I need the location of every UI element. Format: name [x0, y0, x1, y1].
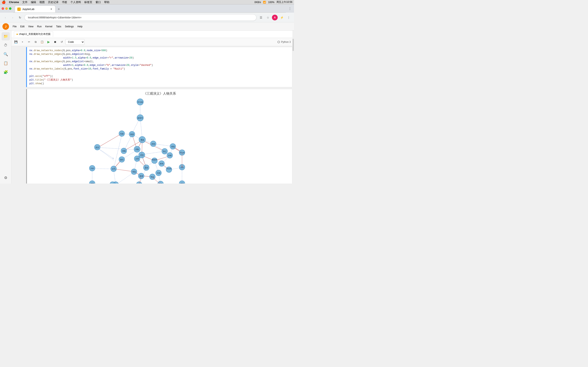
svg-line-83 — [92, 169, 114, 169]
paste-cell-button[interactable]: 📋 — [39, 39, 45, 45]
jupyter-run-menu[interactable]: Run — [35, 24, 43, 29]
menubar-file[interactable]: 文件 — [22, 0, 27, 4]
sidebar-settings-icon[interactable]: ⚙ — [2, 174, 10, 182]
jupyter-tabs-menu[interactable]: Tabs — [54, 24, 63, 29]
svg-text:马超: 马超 — [120, 133, 124, 135]
tab-close-button[interactable]: ✕ — [50, 8, 53, 11]
reader-mode-icon[interactable]: ☰ — [258, 15, 264, 20]
output-gutter — [11, 89, 26, 184]
cut-cell-button[interactable]: ✂ — [26, 39, 32, 45]
active-tab[interactable]: J JupyterLab ✕ — [15, 6, 56, 12]
svg-line-39 — [114, 169, 134, 172]
sidebar-files-icon[interactable]: 📁 — [2, 32, 10, 40]
menubar-history[interactable]: 历史记录 — [48, 0, 59, 4]
code-cell: nx.draw_networkx_nodes(G,pos,alpha=0.0,n… — [11, 46, 292, 88]
jupyter-logo[interactable]: J — [2, 23, 9, 30]
notebook-area: chap11_关联规则与文本挖掘 💾 + ✂ ⧉ 📋 ▶ ⏹ ↺ Code Ma… — [11, 31, 292, 184]
menubar-edit[interactable]: 编辑 — [31, 0, 36, 4]
battery-status: 100% — [268, 1, 274, 4]
save-button[interactable]: 💾 — [13, 39, 19, 45]
tab-title: JupyterLab — [22, 8, 48, 11]
svg-text:曹操: 曹操 — [140, 139, 144, 141]
svg-text:诸葛亮: 诸葛亮 — [138, 117, 143, 119]
forward-button[interactable]: › — [10, 15, 16, 20]
bookmark-icon[interactable]: ☆ — [265, 15, 271, 20]
svg-text:典韦: 典韦 — [160, 163, 164, 165]
notebook-tab-title: chap11_关联规则与文本挖掘 — [19, 33, 51, 36]
scrollbar[interactable] — [292, 31, 294, 184]
graph-output: 《三观演义》人物关系 — [27, 89, 292, 184]
svg-text:吕布: 吕布 — [135, 158, 139, 160]
jupyter-settings-menu[interactable]: Settings — [63, 24, 75, 29]
back-button[interactable]: ‹ — [2, 15, 8, 20]
kernel-indicator: Python 3 — [277, 41, 291, 43]
new-tab-button[interactable]: + — [56, 6, 62, 12]
menubar-tabs[interactable]: 标签页 — [84, 0, 92, 4]
sidebar-running-icon[interactable]: ⏱ — [2, 41, 10, 49]
more-options-icon[interactable]: ⋮ — [286, 15, 292, 20]
menubar: 🍎 Chrome 文件 编辑 视图 历史记录 书签 个人资料 标签页 窗口 帮助… — [0, 0, 294, 4]
svg-text:钟会: 钟会 — [150, 176, 154, 178]
profile-icon[interactable]: A — [272, 15, 278, 20]
add-cell-button[interactable]: + — [20, 39, 25, 45]
jupyter-file-menu[interactable]: File — [11, 24, 18, 29]
code-content: nx.draw_networkx_nodes(G,pos,alpha=0.0,n… — [27, 47, 292, 87]
jupyter-kernel-menu[interactable]: Kernel — [44, 24, 54, 29]
sidebar-tabs-icon[interactable]: 📋 — [2, 59, 10, 67]
svg-line-86 — [116, 172, 134, 184]
svg-line-17 — [114, 135, 122, 169]
cell-toolbar: 💾 + ✂ ⧉ 📋 ▶ ⏹ ↺ Code Markdown Raw — [11, 38, 292, 46]
cell-gutter — [11, 47, 26, 87]
minimize-button[interactable] — [5, 7, 8, 10]
cell-input[interactable]: nx.draw_networkx_nodes(G,pos,alpha=0.0,n… — [26, 47, 292, 87]
chrome-window: J JupyterLab ✕ + ⋮ ‹ › ↻ localhost:8888/… — [0, 4, 294, 184]
svg-line-9 — [97, 148, 114, 159]
graph-output-cell: 《三观演义》人物关系 — [26, 89, 292, 184]
url-bar[interactable]: localhost:8888/lab#topic=1&lambda=1&term… — [25, 14, 256, 21]
scrollbar-thumb[interactable] — [293, 39, 294, 51]
menubar-chrome[interactable]: Chrome — [9, 1, 19, 4]
stop-kernel-button[interactable]: ⏹ — [52, 39, 58, 45]
menubar-profile[interactable]: 个人资料 — [70, 0, 81, 4]
chrome-menu-button[interactable]: ⋮ — [286, 7, 294, 11]
traffic-lights — [0, 7, 13, 10]
restart-kernel-button[interactable]: ↺ — [59, 39, 65, 45]
svg-line-24 — [97, 147, 137, 150]
notebook-tab[interactable]: chap11_关联规则与文本挖掘 — [14, 31, 53, 37]
svg-text:鲁肃: 鲁肃 — [130, 133, 134, 135]
menubar-bookmarks[interactable]: 书签 — [62, 0, 67, 4]
close-button[interactable] — [2, 7, 4, 10]
apple-menu[interactable]: 🍎 — [2, 0, 6, 4]
sidebar-left: 📁 ⏱ 🔍 📋 🧩 ⚙ — [0, 31, 11, 184]
kernel-status-circle — [277, 41, 280, 43]
copy-cell-button[interactable]: ⧉ — [33, 39, 38, 45]
sidebar-commands-icon[interactable]: 🔍 — [2, 50, 10, 58]
menubar-window[interactable]: 窗口 — [95, 0, 101, 4]
maximize-button[interactable] — [9, 7, 11, 10]
wifi-icon: 📶 — [263, 1, 266, 4]
reload-button[interactable]: ↻ — [17, 15, 23, 20]
main-content: 📁 ⏱ 🔍 📋 🧩 ⚙ chap11_关联规则与文本挖掘 — [0, 31, 294, 184]
unsaved-indicator — [17, 34, 18, 35]
svg-text:孙权: 孙权 — [151, 143, 155, 145]
menubar-help[interactable]: 帮助 — [104, 0, 109, 4]
jupyter-menubar: J File Edit View Run Kernel Tabs Setting… — [0, 22, 294, 31]
sidebar-ext-icon[interactable]: 🧩 — [2, 68, 10, 76]
jupyterlab: J File Edit View Run Kernel Tabs Setting… — [0, 22, 294, 184]
extensions-icon[interactable]: ⚡ — [279, 15, 285, 20]
graph-svg-container: 司马懿 诸葛亮 鲁肃 — [27, 96, 292, 184]
jupyter-view-menu[interactable]: View — [26, 24, 35, 29]
notebook-cells: nx.draw_networkx_nodes(G,pos,alpha=0.0,n… — [11, 46, 292, 184]
output-cell: 《三观演义》人物关系 — [11, 88, 292, 184]
svg-text:刘备: 刘备 — [135, 149, 139, 150]
menubar-view[interactable]: 视图 — [39, 0, 45, 4]
svg-text:袁绍: 袁绍 — [171, 146, 175, 148]
notebook-header: chap11_关联规则与文本挖掘 — [11, 31, 292, 38]
cell-type-select[interactable]: Code Markdown Raw — [65, 39, 85, 45]
jupyter-edit-menu[interactable]: Edit — [18, 24, 26, 29]
tab-favicon: J — [17, 8, 21, 11]
jupyter-help-menu[interactable]: Help — [76, 24, 84, 29]
svg-line-25 — [97, 148, 114, 160]
svg-text:许褚: 许褚 — [168, 155, 172, 157]
run-cell-button[interactable]: ▶ — [46, 39, 52, 45]
